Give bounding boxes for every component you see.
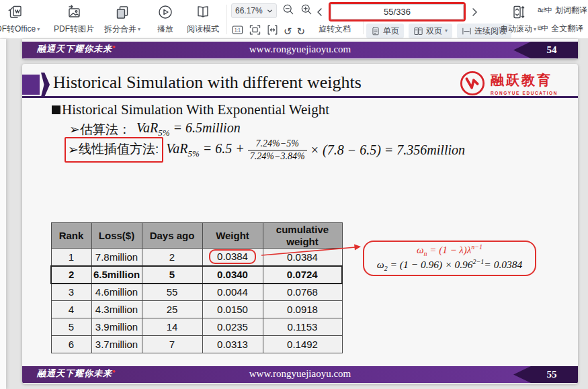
rongyue-logo-cn: 融跃教育 [491, 71, 558, 89]
annotation-red-box-page-indicator [329, 2, 466, 21]
word-translate-button[interactable]: a⇄中 划词翻译 [538, 3, 588, 17]
annotation-formula-box: ωn = (1 − λ)λn−1 ω2 = (1 − 0.96) × 0.962… [363, 241, 536, 276]
page-55-footer-bar: 融通天下耀你未来● www.rongyuejiaoyu.com 55 [22, 366, 578, 383]
pdf-to-office-button[interactable]: PDF转Office▾ [0, 3, 40, 35]
table-cell: 6 [51, 336, 91, 353]
translate-cluster: a⇄中 划词翻译 ⧉中 全文翻译 [538, 3, 588, 36]
fit-page-button[interactable] [249, 24, 261, 39]
weights-table-header-row: RankLoss($)Days agoWeightcumulative weig… [51, 223, 342, 249]
table-cell: 0.0044 [202, 284, 263, 301]
table-cell: 0.0313 [202, 336, 263, 353]
table-cell: 0.0150 [202, 301, 263, 318]
table-cell: 0.0724 [263, 266, 342, 284]
double-page-mode-button[interactable]: 双页 ▾ [409, 24, 452, 38]
auto-scroll-icon [509, 3, 527, 21]
table-cell: 0.0235 [202, 318, 263, 336]
table-cell: 7.8million [91, 249, 142, 266]
rongyue-logo: 融跃教育 RONGYUE EDUCATION [460, 71, 558, 96]
fulltext-translate-label: 全文翻译 [551, 23, 583, 34]
table-cell: 0.0340 [202, 266, 263, 284]
rotate-right-button[interactable]: ↻ [297, 26, 306, 36]
table-cell: 7 [142, 336, 202, 353]
open-book-icon [194, 3, 212, 21]
rotate-left-button[interactable]: ↺ [284, 26, 292, 36]
table-cell: 3 [51, 284, 91, 301]
next-page-button[interactable] [469, 4, 480, 20]
table-cell: 5 [51, 318, 91, 336]
chevron-down-icon: ▾ [445, 28, 448, 34]
pdf-reader-window: PDF转Office▾ PDF转图片 拆分合并▾ 播放 阅读模式 [0, 0, 588, 389]
double-page-label: 双页 [426, 26, 442, 37]
section-bullet-line: Historical Simulation With Exponential W… [52, 101, 329, 118]
weights-table-body: 17.8million20.03840.038426.5million50.03… [51, 249, 342, 353]
pdf-to-office-icon [7, 3, 24, 21]
table-row: 63.7million70.03130.1492 [51, 336, 342, 353]
reading-mode-label: 阅读模式 [187, 24, 219, 35]
zoom-out-button[interactable] [282, 3, 295, 19]
page-number-input[interactable] [331, 4, 464, 19]
continuous-reading-icon [462, 26, 472, 36]
single-page-mode-button[interactable]: 单页 [366, 24, 404, 38]
table-cell: 1 [51, 249, 91, 266]
word-translate-icon: a⇄中 [538, 5, 552, 15]
chevron-down-icon: ▾ [138, 27, 140, 32]
split-merge-button[interactable]: 拆分合并▾ [104, 3, 140, 35]
pdf-to-image-label: PDF转图片 [54, 24, 94, 35]
pdf-to-office-label: PDF转Office [0, 24, 36, 35]
fulltext-translate-button[interactable]: ⧉中 全文翻译 [538, 21, 588, 36]
table-cell: 0.0918 [263, 301, 342, 318]
zoom-in-button[interactable] [300, 3, 313, 19]
zoom-level-value: 66.17% [235, 6, 263, 15]
actual-size-button[interactable]: 1:1 [231, 24, 244, 39]
website-url: www.rongyuejiaoyu.com [22, 44, 578, 55]
table-cell: 2 [51, 266, 91, 284]
fit-width-button[interactable] [266, 24, 279, 39]
weight-formula-general: ωn = (1 − λ)λn−1 [417, 243, 482, 258]
table-cell: 4 [51, 301, 91, 318]
document-canvas[interactable]: 融通天下耀你未来● www.rongyuejiaoyu.com 54 Histo… [0, 39, 588, 389]
table-cell: 3.9million [91, 318, 142, 336]
auto-scroll-label: 自动滚动 [500, 24, 532, 35]
section-heading: Historical Simulation With Exponential W… [62, 101, 329, 118]
interpolation-formula: VaR5% = 6.5 + [166, 141, 245, 159]
play-icon [157, 3, 174, 21]
pdf-to-image-button[interactable]: PDF转图片 [54, 3, 94, 35]
weight-formula-example: ω2 = (1 − 0.96) × 0.962−1= 0.0384 [377, 258, 523, 273]
svg-text:1:1: 1:1 [235, 28, 241, 32]
slide-title: Historical Simulation with different wei… [53, 73, 362, 93]
left-panel-edge [0, 39, 6, 389]
title-marker-square [22, 75, 40, 95]
table-row: 26.5million50.03400.0724 [51, 266, 342, 284]
table-header-cell: Rank [51, 223, 91, 249]
previous-page-button[interactable] [314, 4, 325, 20]
word-translate-label: 划词翻译 [555, 5, 587, 16]
interpolation-formula-tail: × (7.8 − 6.5) = 7.356million [310, 142, 465, 158]
annotation-red-box-cell: 0.0384 [209, 249, 256, 264]
zoom-level-select[interactable]: 66.17% [231, 3, 277, 18]
table-header-cell: Days ago [142, 223, 202, 249]
auto-scroll-button[interactable]: 自动滚动▾ [500, 3, 536, 35]
split-merge-label: 拆分合并 [104, 24, 136, 35]
table-cell: 5 [142, 266, 202, 284]
annotation-red-box-label: ➢ 线性插值方法: [65, 137, 163, 163]
website-url: www.rongyuejiaoyu.com [22, 368, 578, 380]
title-underline [22, 96, 578, 98]
table-row: 44.3million250.01500.0918 [51, 301, 342, 318]
play-label: 播放 [157, 24, 173, 35]
table-cell: 0.0384 [263, 249, 342, 266]
play-button[interactable]: 播放 [157, 3, 174, 35]
pdf-to-image-icon [65, 3, 83, 21]
table-cell: 6.5million [91, 266, 142, 284]
zoom-cluster: 66.17% 1:1 ↺ [231, 3, 313, 39]
chevron-down-icon [267, 8, 273, 14]
reading-mode-button[interactable]: 阅读模式 [187, 3, 219, 35]
toolbar: PDF转Office▾ PDF转图片 拆分合并▾ 播放 阅读模式 [0, 0, 588, 39]
slide-page-number: 55 [535, 369, 557, 380]
fraction: 7.24%−5% 7.24%−3.84% [248, 138, 307, 162]
table-row: 34.6million550.00440.0768 [51, 284, 342, 301]
chevron-down-icon: ▾ [534, 27, 536, 32]
table-cell: 0.1153 [263, 318, 342, 336]
table-cell: 0.0768 [263, 284, 342, 301]
title-marker-arrow-icon [41, 73, 50, 97]
split-merge-icon [114, 3, 131, 21]
